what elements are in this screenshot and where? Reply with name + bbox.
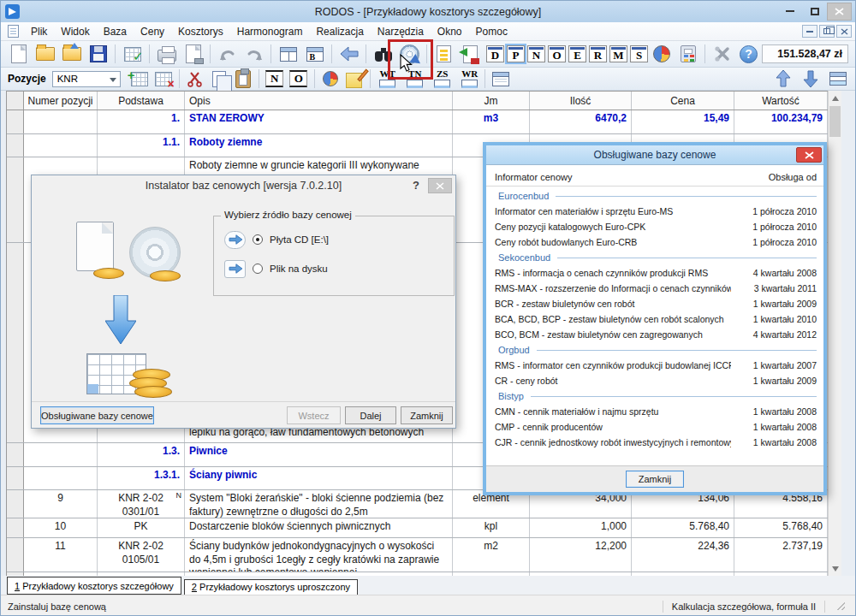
radio-file[interactable] xyxy=(253,264,263,274)
mdi-minimize-button[interactable] xyxy=(802,25,817,38)
chart-small-button[interactable] xyxy=(318,68,342,89)
undo-button[interactable] xyxy=(214,43,241,66)
delete-position-button[interactable]: × xyxy=(152,68,175,89)
dialog-help-button[interactable]: ? xyxy=(413,179,419,192)
note-edit-button[interactable] xyxy=(342,68,366,89)
cell-ilosc[interactable]: 1,000 xyxy=(530,518,632,537)
cell-podstawa[interactable]: 1.1. xyxy=(98,134,185,157)
move-up-button[interactable] xyxy=(771,68,795,89)
split-view-button[interactable] xyxy=(275,43,301,66)
move-down-button[interactable] xyxy=(799,68,823,89)
install-price-db-button[interactable] xyxy=(396,43,423,66)
cell-cena[interactable]: 5.768,40 xyxy=(632,518,734,537)
cell-opis[interactable]: Ściany piwnic xyxy=(185,467,453,489)
pdf-export-button[interactable] xyxy=(457,43,484,66)
verify-estimate-button[interactable]: ✓ xyxy=(119,43,146,66)
save-button[interactable] xyxy=(85,43,111,66)
print-button[interactable] xyxy=(153,43,180,66)
view-button-r[interactable]: R xyxy=(589,45,607,62)
menu-item-widok[interactable]: Widok xyxy=(54,23,96,40)
maximize-button[interactable] xyxy=(802,3,827,21)
db-item[interactable]: RMS - informator cen czynników produkcji… xyxy=(486,358,823,373)
db-item[interactable]: CMN - cennik materiałów i najmu sprzętu1… xyxy=(486,404,823,419)
cell-jm[interactable]: m2 xyxy=(453,538,530,572)
row-gutter[interactable] xyxy=(7,134,24,157)
help-button[interactable]: ? xyxy=(735,43,762,66)
mdi-close-button[interactable] xyxy=(836,25,852,38)
cell-numer-pozycji[interactable] xyxy=(24,443,98,466)
menu-item-harmonogram[interactable]: Harmonogram xyxy=(230,23,310,40)
cell-opis[interactable]: Piwnice xyxy=(185,443,453,466)
db-item[interactable]: Informator cen materiałów i sprzętu Euro… xyxy=(486,204,823,219)
close-supported-button[interactable]: Zamknij xyxy=(626,471,684,488)
cell-podstawa[interactable]: 1.3. xyxy=(98,443,185,466)
row-gutter[interactable] xyxy=(7,243,24,407)
cell-wartosc[interactable]: 2.737,19 xyxy=(734,538,828,572)
vertical-scrollbar[interactable] xyxy=(828,91,841,576)
cell-podstawa[interactable]: KNR 2-02 0301/01N xyxy=(98,490,185,518)
row-gutter[interactable] xyxy=(7,157,24,242)
view-button-o[interactable]: O xyxy=(548,45,566,62)
insert-tn-button[interactable]: TN xyxy=(404,69,426,88)
db-item[interactable]: BCO, BCM - zestaw biuletynów cen zagrego… xyxy=(486,327,823,342)
row-gutter[interactable] xyxy=(7,467,24,489)
scroll-up-button[interactable] xyxy=(829,91,841,105)
cell-ilosc[interactable]: 6470,2 xyxy=(530,110,632,133)
narrative-o-button[interactable]: O xyxy=(287,68,311,89)
menu-item-pomoc[interactable]: Pomoc xyxy=(469,23,514,40)
row-gutter[interactable] xyxy=(7,538,24,572)
cell-cena[interactable]: 15,49 xyxy=(632,110,734,133)
resize-grip-icon[interactable] xyxy=(837,602,845,610)
column-header-jm[interactable]: Jm xyxy=(453,92,530,110)
db-item[interactable]: CMP - cennik producentów1 kwartału 2008 xyxy=(486,419,823,435)
open-file-button[interactable] xyxy=(32,43,58,66)
cell-podstawa[interactable]: PK xyxy=(98,518,185,537)
redo-button[interactable] xyxy=(241,43,267,66)
cell-numer-pozycji[interactable]: 11 xyxy=(24,538,98,572)
supported-dialog-titlebar[interactable]: Obsługiwane bazy cenowe xyxy=(486,145,823,164)
insert-wr-button[interactable]: WR xyxy=(459,69,481,88)
column-header-wartość[interactable]: Wartość xyxy=(734,92,828,110)
row-gutter[interactable] xyxy=(7,518,24,537)
cell-opis[interactable]: System "Bloki żerańskie" - bloki ścienne… xyxy=(185,490,453,518)
copy-button[interactable] xyxy=(207,68,231,89)
cell-jm[interactable]: kpl xyxy=(453,518,530,537)
dialog-close-button[interactable] xyxy=(428,178,452,193)
radio-cd[interactable] xyxy=(253,234,263,245)
db-item[interactable]: RMS-MAX - rozszerzenie do Informacji o c… xyxy=(486,281,823,296)
menu-item-narzędzia[interactable]: Narzędzia xyxy=(371,23,431,40)
table-row[interactable]: 10PKDostarczenie bloków ściennych piwnic… xyxy=(7,518,828,538)
import-file-button[interactable] xyxy=(58,43,85,66)
cell-wartosc[interactable]: 5.768,40 xyxy=(734,518,828,537)
cell-cena[interactable]: 224,36 xyxy=(632,538,734,572)
chart-button[interactable] xyxy=(648,43,675,66)
cell-numer-pozycji[interactable] xyxy=(24,110,98,133)
cell-jm[interactable]: m3 xyxy=(453,110,530,133)
table-row[interactable]: 11KNR 2-02 0105/01Ściany budynków jednok… xyxy=(7,538,828,572)
price-list-button[interactable] xyxy=(431,43,457,66)
db-item[interactable]: Ceny pozycji katalogowych Euro-CPK1 półr… xyxy=(486,219,823,234)
cell-podstawa[interactable]: KNR 2-02 0105/01 xyxy=(98,538,185,572)
mdi-restore-button[interactable] xyxy=(819,25,835,38)
installer-dialog-titlebar[interactable]: Instalator baz cenowych [wersja 7.0.2.10… xyxy=(32,175,455,196)
cell-podstawa[interactable]: 1. xyxy=(98,110,185,133)
cell-opis[interactable]: Ściany budynków jednokondygnacyjnych o w… xyxy=(185,538,453,572)
column-header-cena[interactable]: Cena xyxy=(632,92,734,110)
print-preview-button[interactable] xyxy=(180,43,206,66)
db-item[interactable]: CR - ceny robót1 kwartału 2009 xyxy=(486,373,823,388)
document-icon[interactable] xyxy=(8,25,19,38)
cell-ilosc[interactable]: 12,200 xyxy=(530,538,632,572)
db-item[interactable]: Ceny robót budowlanych Euro-CRB1 półrocz… xyxy=(486,234,823,250)
cell-numer-pozycji[interactable] xyxy=(24,467,98,489)
next-step-button[interactable]: Dalej xyxy=(345,406,396,424)
menu-item-kosztorys[interactable]: Kosztorys xyxy=(171,23,230,40)
menu-item-plik[interactable]: Plik xyxy=(24,23,54,40)
settings-button[interactable] xyxy=(709,43,735,66)
cell-podstawa[interactable]: 1.3.1. xyxy=(98,467,185,489)
menu-item-baza[interactable]: Baza xyxy=(97,23,134,40)
row-gutter[interactable] xyxy=(7,407,24,442)
view-button-p[interactable]: P xyxy=(507,45,525,62)
view-button-e[interactable]: E xyxy=(568,45,586,62)
scrollbar-thumb[interactable] xyxy=(829,106,841,137)
row-gutter[interactable] xyxy=(7,490,24,518)
